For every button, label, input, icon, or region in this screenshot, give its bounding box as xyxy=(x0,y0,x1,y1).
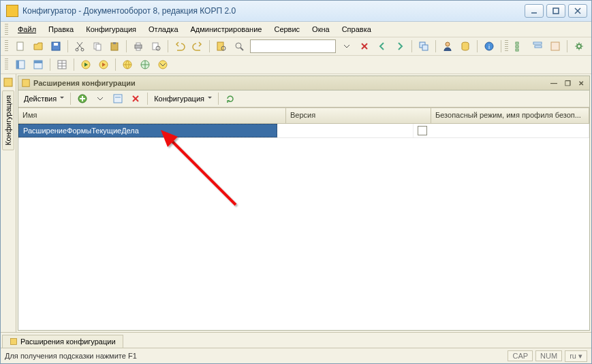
main-pane: Расширения конфигурации — ❐ ✕ Действия К… xyxy=(16,74,591,332)
table-row[interactable]: РасширениеФормыТекущиеДела xyxy=(18,124,589,138)
bottom-tabs: Расширения конфигурации xyxy=(1,332,591,348)
panel1-icon[interactable] xyxy=(12,56,29,73)
open-icon[interactable] xyxy=(30,38,46,54)
child-titlebar: Расширения конфигурации — ❐ ✕ xyxy=(18,76,589,90)
svg-rect-30 xyxy=(516,42,518,44)
run-icon[interactable] xyxy=(78,56,94,73)
svg-rect-55 xyxy=(114,95,122,103)
svg-rect-31 xyxy=(516,46,518,48)
zoom-icon[interactable] xyxy=(231,38,247,54)
status-cap: CAP xyxy=(508,350,533,361)
globe3-icon[interactable] xyxy=(155,56,171,73)
redo-icon[interactable] xyxy=(189,38,206,54)
child-window: Расширения конфигурации — ❐ ✕ Действия К… xyxy=(18,76,590,331)
svg-rect-38 xyxy=(16,61,19,69)
side-config-icon xyxy=(3,77,14,88)
grid-body[interactable]: РасширениеФормыТекущиеДела xyxy=(18,124,589,330)
body-area: Конфигурация Расширения конфигурации — ❐… xyxy=(1,74,591,332)
child-toolbar: Действия Конфигурация xyxy=(18,90,589,107)
cell-version[interactable] xyxy=(277,124,414,137)
toolbar-1b-grip[interactable] xyxy=(505,40,508,52)
side-tab-config[interactable]: Конфигурация xyxy=(2,90,14,150)
grid: Имя Версия Безопасный режим, имя профиля… xyxy=(18,107,589,330)
menu-admin[interactable]: Администрирование xyxy=(185,24,268,35)
svg-rect-12 xyxy=(113,42,116,44)
svg-text:i: i xyxy=(488,44,490,50)
menu-help[interactable]: Справка xyxy=(337,24,377,35)
svg-rect-35 xyxy=(551,42,559,50)
tree2-icon[interactable] xyxy=(529,38,546,54)
svg-point-36 xyxy=(577,44,581,48)
config-menu[interactable]: Конфигурация xyxy=(151,93,215,104)
window-controls xyxy=(525,4,587,18)
find-icon[interactable] xyxy=(213,38,230,54)
add-dropdown-icon[interactable] xyxy=(92,90,108,107)
menu-edit[interactable]: Правка xyxy=(43,24,79,35)
tree-icon[interactable] xyxy=(512,38,529,54)
svg-rect-14 xyxy=(136,43,140,45)
minimize-button[interactable] xyxy=(525,4,544,18)
edit-button[interactable] xyxy=(110,90,126,107)
db-icon[interactable] xyxy=(457,38,473,54)
child-restore-button[interactable]: ❐ xyxy=(562,78,573,88)
svg-rect-40 xyxy=(34,61,42,63)
col-safe[interactable]: Безопасный режим, имя профиля безоп... xyxy=(431,108,589,123)
toolbar-2-grip[interactable] xyxy=(5,59,8,71)
maximize-button[interactable] xyxy=(546,4,565,18)
menu-config[interactable]: Конфигурация xyxy=(80,24,142,35)
delete-button[interactable] xyxy=(127,90,144,107)
cut-icon[interactable] xyxy=(72,38,88,54)
child-minimize-button[interactable]: — xyxy=(548,78,559,88)
col-version[interactable]: Версия xyxy=(286,108,431,123)
menu-file[interactable]: Файл xyxy=(12,24,42,35)
toolbar-1: i xyxy=(1,37,591,56)
child-close-button[interactable]: ✕ xyxy=(576,78,587,88)
grid-header: Имя Версия Безопасный режим, имя профиля… xyxy=(18,108,589,124)
toolbar-1-grip[interactable] xyxy=(5,40,8,52)
nav-fwd-icon[interactable] xyxy=(392,38,408,54)
main-window: Конфигуратор - Документооборот 8, редакц… xyxy=(0,0,592,364)
safe-checkbox[interactable] xyxy=(418,126,427,135)
menu-service[interactable]: Сервис xyxy=(268,24,305,35)
panel2-icon[interactable] xyxy=(30,56,46,73)
child-title-text: Расширения конфигурации xyxy=(33,79,136,87)
new-icon[interactable] xyxy=(12,38,29,54)
undo-icon[interactable] xyxy=(172,38,188,54)
globe1-icon[interactable] xyxy=(119,56,136,73)
run2-icon[interactable] xyxy=(95,56,112,73)
help-icon[interactable]: i xyxy=(481,38,497,54)
actions-menu[interactable]: Действия xyxy=(21,93,67,104)
nav-back-icon[interactable] xyxy=(374,38,390,54)
bottom-tab-extensions[interactable]: Расширения конфигурации xyxy=(2,335,123,348)
table-icon[interactable] xyxy=(54,56,70,73)
menu-windows[interactable]: Окна xyxy=(307,24,335,35)
svg-point-20 xyxy=(236,43,241,48)
search-dropdown-icon[interactable] xyxy=(339,38,355,54)
status-hint: Для получения подсказки нажмите F1 xyxy=(5,352,137,360)
add-button[interactable] xyxy=(74,90,91,107)
print-icon[interactable] xyxy=(130,38,146,54)
svg-rect-13 xyxy=(135,45,142,48)
save-icon[interactable] xyxy=(48,38,64,54)
tree3-icon[interactable] xyxy=(547,38,563,54)
print-preview-icon[interactable] xyxy=(148,38,164,54)
windows-icon[interactable] xyxy=(416,38,432,54)
app-logo-icon xyxy=(6,5,18,17)
clear-search-icon[interactable] xyxy=(356,38,373,54)
side-panel: Конфигурация xyxy=(1,74,16,332)
gear-icon[interactable] xyxy=(571,38,587,54)
paste-icon[interactable] xyxy=(107,38,123,54)
search-input[interactable] xyxy=(250,39,336,53)
status-lang[interactable]: ru ▾ xyxy=(565,350,587,362)
svg-point-26 xyxy=(446,42,450,46)
globe2-icon[interactable] xyxy=(137,56,153,73)
close-button[interactable] xyxy=(568,4,587,18)
cell-name[interactable]: РасширениеФормыТекущиеДела xyxy=(18,124,277,137)
user-icon[interactable] xyxy=(439,38,456,54)
cell-safe[interactable] xyxy=(414,124,589,137)
menubar-grip[interactable] xyxy=(5,24,8,35)
refresh-button[interactable] xyxy=(222,90,238,107)
menu-debug[interactable]: Отладка xyxy=(143,24,183,35)
col-name[interactable]: Имя xyxy=(18,108,286,123)
copy-icon[interactable] xyxy=(89,38,106,54)
